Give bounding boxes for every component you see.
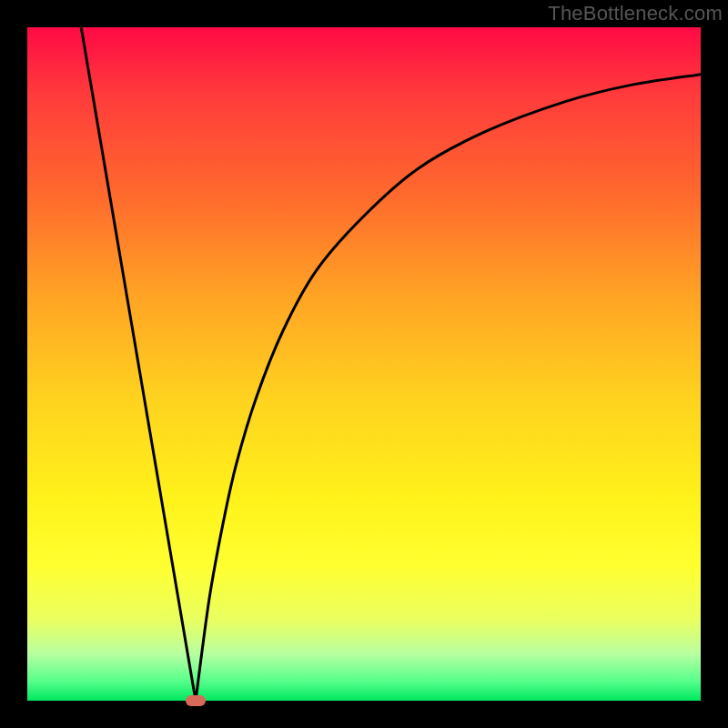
plot-area	[27, 27, 701, 701]
curve-left-branch	[81, 27, 196, 701]
curve-right-branch	[196, 75, 701, 701]
optimum-marker	[186, 695, 206, 706]
curve-svg	[27, 27, 701, 701]
chart-frame: TheBottleneck.com	[0, 0, 728, 728]
watermark-text: TheBottleneck.com	[548, 2, 723, 25]
